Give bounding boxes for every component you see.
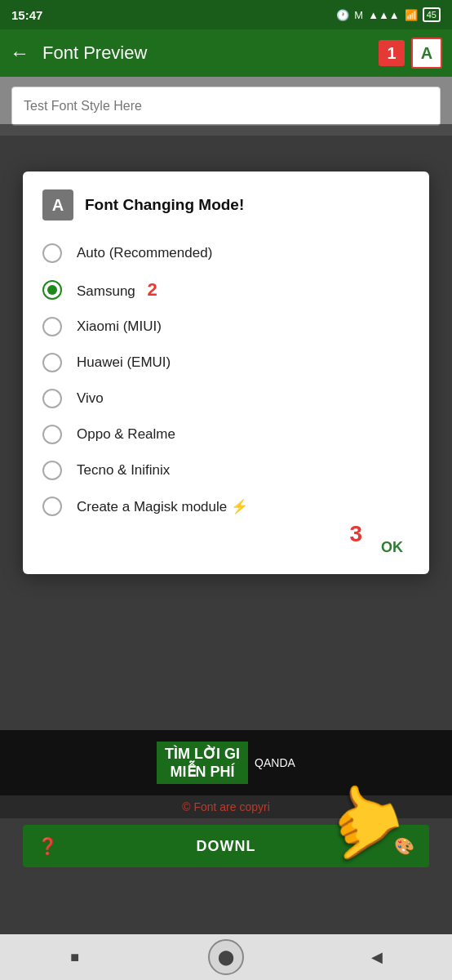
radio-oppo[interactable]	[42, 425, 62, 444]
dialog-header: A Font Changing Mode!	[42, 189, 410, 220]
question-icon: ❓	[38, 836, 58, 856]
font-mode-button[interactable]: A	[411, 38, 442, 69]
option-tecno-label: Tecno & Inifinix	[77, 462, 170, 479]
radio-list: Auto (Recommended) Samsung 2 Xiaomi (MIU…	[42, 235, 410, 524]
nav-home-button[interactable]: ⬤	[208, 939, 244, 975]
wifi-icon: 📶	[405, 9, 418, 21]
badge-2: 2	[148, 279, 157, 300]
font-mode-dialog: A Font Changing Mode! Auto (Recommended)…	[23, 172, 429, 574]
list-item[interactable]: Oppo & Realme	[42, 416, 410, 452]
status-icons: 🕐 M ▲▲▲ 📶 45	[336, 7, 441, 22]
radio-vivo[interactable]	[42, 389, 62, 408]
nav-bar: ■ ⬤ ◀	[0, 934, 452, 980]
option-auto-label: Auto (Recommended)	[77, 245, 212, 261]
email-icon: M	[354, 9, 363, 21]
list-item[interactable]: Vivo	[42, 381, 410, 416]
radio-tecno[interactable]	[42, 461, 62, 480]
nav-back-button[interactable]: ◀	[361, 941, 393, 973]
list-item[interactable]: Create a Magisk module ⚡	[42, 488, 410, 524]
radio-auto[interactable]	[42, 243, 62, 263]
ok-button[interactable]: OK	[374, 536, 410, 559]
dialog-icon-a: A	[42, 189, 73, 220]
dialog-title: Font Changing Mode!	[85, 196, 244, 214]
list-item[interactable]: Tecno & Inifinix	[42, 452, 410, 488]
list-item[interactable]: Xiaomi (MIUI)	[42, 309, 410, 345]
top-bar: ← Font Preview 1 A	[0, 29, 452, 77]
option-magisk-label: Create a Magisk module ⚡	[77, 498, 248, 515]
page-title: Font Preview	[42, 42, 147, 64]
radio-xiaomi[interactable]	[42, 317, 62, 336]
radio-huawei[interactable]	[42, 353, 62, 372]
option-vivo-label: Vivo	[77, 390, 104, 407]
list-item[interactable]: Samsung 2	[42, 271, 410, 309]
badge-1: 1	[379, 40, 405, 66]
battery-icon: 45	[423, 7, 441, 22]
banner-text: TÌM LỜI GIMIỄN PHÍ	[157, 742, 248, 784]
signal-icon: ▲▲▲	[368, 9, 400, 21]
nav-square-button[interactable]: ■	[59, 941, 91, 973]
banner-line1: TÌM LỜI GIMIỄN PHÍ	[157, 742, 248, 784]
top-bar-right: 1 A	[379, 38, 442, 69]
top-bar-left: ← Font Preview	[10, 42, 147, 65]
option-huawei-label: Huawei (EMUI)	[77, 354, 171, 371]
badge-3: 3	[349, 521, 362, 547]
download-label: DOWNL	[197, 838, 256, 855]
radio-magisk[interactable]	[42, 497, 62, 516]
search-input[interactable]	[11, 87, 441, 126]
status-time: 15:47	[11, 8, 42, 22]
back-button[interactable]: ←	[10, 42, 29, 65]
option-xiaomi-label: Xiaomi (MIUI)	[77, 318, 162, 335]
status-bar: 15:47 🕐 M ▲▲▲ 📶 45	[0, 0, 452, 29]
list-item[interactable]: Auto (Recommended)	[42, 235, 410, 271]
radio-samsung[interactable]	[42, 280, 62, 300]
dialog-footer: 3 OK	[42, 532, 410, 559]
banner-qanda: QANDA	[255, 756, 295, 769]
option-samsung-label: Samsung 2	[77, 279, 157, 301]
alarm-icon: 🕐	[336, 9, 349, 21]
list-item[interactable]: Huawei (EMUI)	[42, 345, 410, 381]
option-oppo-label: Oppo & Realme	[77, 426, 175, 443]
